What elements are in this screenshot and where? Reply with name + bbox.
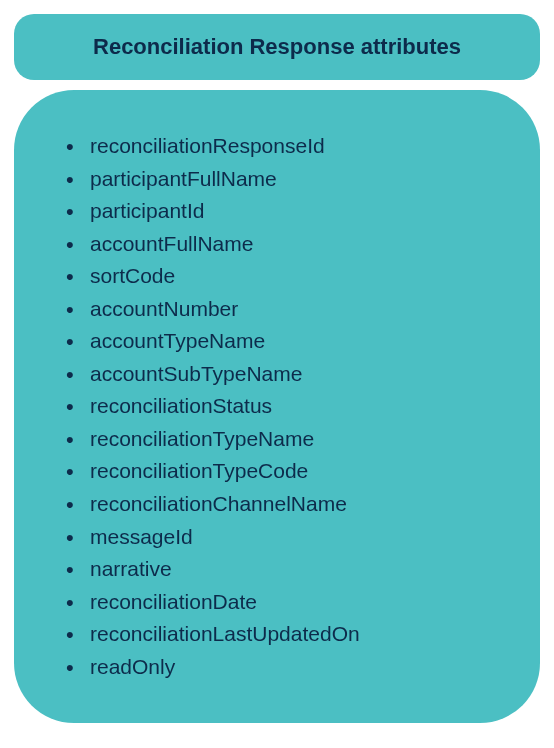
list-item: reconciliationTypeCode <box>62 455 492 488</box>
attributes-list: reconciliationResponseId participantFull… <box>62 130 492 683</box>
header-panel: Reconciliation Response attributes <box>14 14 540 80</box>
list-item: participantId <box>62 195 492 228</box>
list-item: reconciliationChannelName <box>62 488 492 521</box>
list-item: sortCode <box>62 260 492 293</box>
list-item: participantFullName <box>62 163 492 196</box>
list-item: accountSubTypeName <box>62 358 492 391</box>
list-item: accountTypeName <box>62 325 492 358</box>
list-item: reconciliationTypeName <box>62 423 492 456</box>
list-item: accountNumber <box>62 293 492 326</box>
list-item: readOnly <box>62 651 492 684</box>
list-item: reconciliationDate <box>62 586 492 619</box>
list-item: narrative <box>62 553 492 586</box>
list-item: reconciliationStatus <box>62 390 492 423</box>
header-title: Reconciliation Response attributes <box>42 34 512 60</box>
list-item: reconciliationResponseId <box>62 130 492 163</box>
list-item: messageId <box>62 521 492 554</box>
attributes-panel: reconciliationResponseId participantFull… <box>14 90 540 723</box>
list-item: reconciliationLastUpdatedOn <box>62 618 492 651</box>
list-item: accountFullName <box>62 228 492 261</box>
